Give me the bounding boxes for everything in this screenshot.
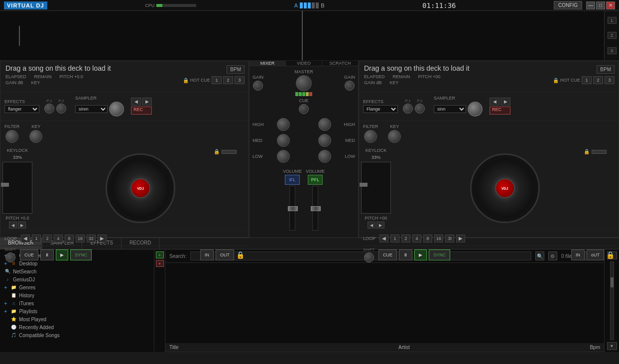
deck-right-vol-knob[interactable] — [468, 102, 483, 117]
tree-plus-playlists[interactable]: + — [4, 308, 7, 314]
deck-left-rec-button[interactable]: REC — [131, 107, 152, 115]
deck-left-hot-cue-2[interactable]: 2 — [223, 76, 233, 84]
deck-left-play-button[interactable]: ▶ — [56, 249, 68, 260]
mixer-pfl-button[interactable]: PFL — [308, 175, 323, 185]
deck-left-pitch-up[interactable]: ▶ — [18, 222, 26, 229]
minimize-button[interactable]: — — [586, 1, 595, 9]
deck-left-sync-button[interactable]: SYNC — [70, 249, 92, 260]
deck-right-loop-2[interactable]: 2 — [401, 235, 410, 243]
deck-left-pitch-fader[interactable] — [2, 162, 32, 214]
mixer-med-right-knob[interactable] — [318, 134, 331, 147]
deck-left-in-button[interactable]: IN — [200, 249, 214, 260]
side-num-3[interactable]: 3 — [608, 47, 617, 54]
deck-right-pitch-down[interactable]: ◀ — [368, 222, 375, 229]
tree-plus-genres[interactable]: + — [4, 284, 7, 290]
mixer-tab-video[interactable]: VIDEO — [286, 61, 322, 66]
config-button[interactable]: CONFIG — [554, 1, 582, 9]
deck-left-filter-knob[interactable] — [5, 130, 18, 143]
deck-right-cue-button[interactable]: CUE — [378, 249, 397, 260]
deck-left-fx-select[interactable]: flanger — [4, 105, 39, 113]
deck-right-fx-select[interactable]: Flange — [363, 105, 398, 113]
deck-left-pause-button[interactable]: ⏸ — [40, 249, 54, 260]
deck-right-turntable[interactable]: VDJ — [470, 153, 540, 223]
mixer-low-left-knob[interactable] — [277, 150, 290, 163]
mixer-high-right-knob[interactable] — [318, 118, 331, 131]
waveform-right[interactable] — [303, 11, 605, 60]
tree-item-geniusdj[interactable]: ♪ GeniusDJ — [2, 275, 152, 283]
deck-right-sync-button[interactable]: SYNC — [429, 249, 450, 260]
deck-left-out-button[interactable]: OUT — [216, 249, 234, 260]
side-num-2[interactable]: 2 — [608, 32, 617, 39]
deck-left-p2-knob[interactable] — [56, 104, 66, 114]
close-button[interactable]: ✕ — [606, 1, 615, 9]
mixer-gain-right-knob[interactable] — [345, 81, 355, 91]
deck-right-loop-8[interactable]: 8 — [423, 235, 432, 243]
maximize-button[interactable]: □ — [596, 1, 605, 9]
mixer-gain-left-knob[interactable] — [253, 81, 263, 91]
deck-left-loop-next[interactable]: ▶ — [98, 235, 107, 243]
deck-right-rec-button[interactable]: REC — [490, 107, 510, 115]
deck-right-p1-knob[interactable] — [403, 104, 413, 114]
mixer-med-left-knob[interactable] — [277, 134, 290, 147]
deck-left-shift-knob[interactable] — [5, 252, 15, 262]
deck-left-loop-1[interactable]: 1 — [32, 235, 41, 243]
tree-item-playlists[interactable]: + 📁 Playlists — [2, 307, 152, 315]
mixer-high-left-knob[interactable] — [277, 118, 290, 131]
tree-item-netsearch[interactable]: 🔍 NetSearch — [2, 267, 152, 275]
deck-left-loop-8[interactable]: 8 — [65, 235, 74, 243]
tree-plus-itunes[interactable]: + — [4, 300, 7, 306]
deck-left-loop-2[interactable]: 2 — [43, 235, 52, 243]
deck-left-hot-cue-3[interactable]: 3 — [235, 76, 245, 84]
deck-left-hot-cue-1[interactable]: 1 — [212, 76, 222, 84]
deck-right-loop-1[interactable]: 1 — [390, 235, 399, 243]
deck-right-pitch-fader[interactable] — [361, 162, 391, 214]
deck-right-pitch-up[interactable]: ▶ — [376, 222, 384, 229]
deck-right-sampler-select[interactable]: sinn — [434, 105, 466, 113]
deck-right-shift-knob[interactable] — [364, 252, 374, 262]
deck-left-sampler-select[interactable]: siren — [75, 105, 108, 113]
deck-left-loop-32[interactable]: 32 — [87, 235, 96, 243]
deck-right-hot-cue-1[interactable]: 1 — [582, 76, 592, 84]
mixer-volume-left-fader[interactable] — [289, 186, 295, 231]
deck-right-pause-button[interactable]: ⏸ — [399, 249, 412, 260]
deck-left-loop-16[interactable]: 16 — [76, 235, 85, 243]
mixer-ifl-button[interactable]: iFL — [285, 175, 300, 185]
tree-item-genres[interactable]: + 📁 Genres — [2, 283, 152, 291]
mixer-volume-right-fader[interactable] — [312, 186, 318, 231]
waveform-left[interactable] — [0, 11, 303, 60]
deck-right-loop-prev[interactable]: ◀ — [379, 235, 388, 243]
deck-right-out-button[interactable]: oUT — [587, 249, 604, 260]
mixer-master-knob[interactable] — [296, 75, 312, 91]
scroll-down-button[interactable]: ▼ — [607, 342, 617, 350]
deck-left-loop-4[interactable]: 4 — [54, 235, 63, 243]
deck-right-loop-16[interactable]: 16 — [434, 235, 443, 243]
deck-right-loop-next[interactable]: ▶ — [456, 235, 465, 243]
mixer-tab-mixer[interactable]: MIXER — [249, 61, 286, 66]
deck-right-sampler-next[interactable]: ▶ — [500, 98, 510, 106]
deck-left-sampler-prev[interactable]: ◀ — [131, 98, 141, 106]
deck-right-p2-knob[interactable] — [415, 104, 425, 114]
deck-left-cue-button[interactable]: CUE — [20, 249, 38, 260]
deck-right-hot-cue-2[interactable]: 2 — [593, 76, 603, 84]
deck-right-loop-4[interactable]: 4 — [412, 235, 421, 243]
side-num-1[interactable]: 1 — [608, 17, 617, 24]
scroll-track[interactable] — [610, 261, 614, 340]
deck-left-sampler-next[interactable]: ▶ — [142, 98, 152, 106]
tree-item-history[interactable]: 📋 History — [2, 291, 152, 299]
mixer-tab-scratch[interactable]: SCRATCH — [322, 61, 358, 66]
deck-left-loop-prev[interactable]: ◀ — [21, 235, 30, 243]
deck-left-turntable[interactable]: VDJ — [106, 153, 175, 223]
tree-item-recently-added[interactable]: 🕒 Recently Added — [2, 323, 152, 331]
deck-left-key-knob[interactable] — [29, 130, 42, 143]
mixer-cue-knob[interactable] — [299, 104, 309, 114]
mixer-low-right-knob[interactable] — [318, 150, 331, 163]
deck-right-hot-cue-3[interactable]: 3 — [605, 76, 615, 84]
deck-right-sampler-prev[interactable]: ◀ — [490, 98, 499, 106]
deck-right-play-button[interactable]: ▶ — [414, 249, 427, 260]
deck-left-vol-knob[interactable] — [109, 102, 124, 117]
deck-left-pitch-down[interactable]: ◀ — [9, 222, 17, 229]
deck-right-loop-32[interactable]: 3t — [445, 235, 454, 243]
deck-right-in-button[interactable]: IN — [571, 249, 585, 260]
deck-right-key-knob[interactable] — [388, 130, 401, 143]
tree-item-compatible-songs[interactable]: 🎵 Compatible Songs — [2, 331, 152, 339]
